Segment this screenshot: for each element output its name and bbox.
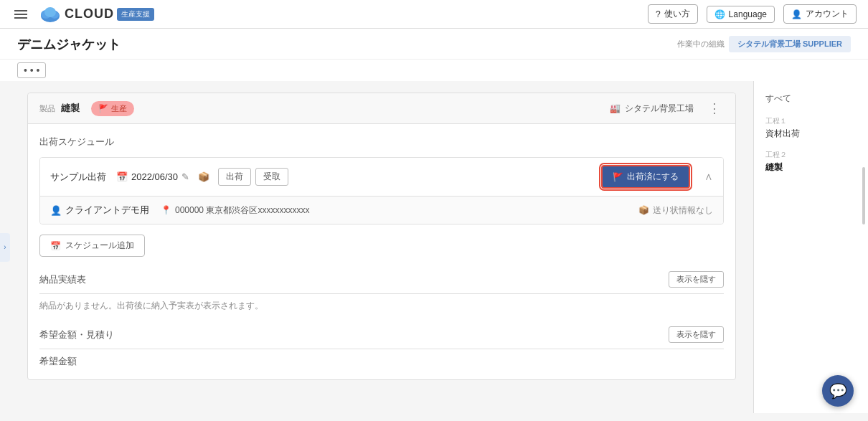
- delivery-title: 納品実績表: [39, 273, 86, 286]
- logo-badge: 生産支援: [117, 8, 154, 21]
- org-badge: シタテル背景工場 SUPPLIER: [729, 36, 851, 52]
- factory-name: シタテル背景工場: [625, 103, 694, 115]
- help-button[interactable]: ? 使い方: [648, 4, 698, 24]
- quote-title: 希望金額・見積り: [39, 328, 114, 341]
- quote-header: 希望金額・見積り 表示を隠す: [39, 326, 724, 349]
- page-title: デニムジャケット: [17, 36, 121, 53]
- building-icon: 🏭: [610, 103, 621, 113]
- shipment-actions: 出荷 受取: [218, 168, 288, 186]
- globe-icon: 🌐: [714, 9, 725, 19]
- status-badge: 🚩 生産: [91, 101, 134, 116]
- tracking-label: 送り状情報なし: [653, 204, 713, 217]
- delivery-section: 納品実績表 表示を隠す 納品がありません。出荷後に納入予実表が表示されます。: [39, 271, 724, 312]
- shipment-name: サンプル出荷: [50, 171, 108, 184]
- address-info: 📍 000000 東京都渋谷区xxxxxxxxxxxx: [161, 204, 309, 217]
- account-button[interactable]: 👤 アカウント: [783, 4, 857, 24]
- org-label: 作業中の組織: [677, 39, 725, 49]
- sidebar-item-process2[interactable]: 縫製: [765, 161, 857, 174]
- shipped-label: 出荷済にする: [627, 171, 679, 183]
- chat-fab-button[interactable]: 💬: [822, 375, 854, 407]
- shipped-button[interactable]: 🚩 出荷済にする: [601, 165, 690, 189]
- product-col: 製品 縫製: [39, 102, 80, 115]
- shipment-row-detail: 👤 クライアントデモ用 📍 000000 東京都渋谷区xxxxxxxxxxxx …: [40, 196, 723, 224]
- card-body: 出荷スケジュール サンプル出荷 📅 2022/06/30 ✎ 📦: [28, 124, 735, 379]
- address-value: 000000 東京都渋谷区xxxxxxxxxxxx: [175, 204, 309, 217]
- scrollbar-thumb: [862, 167, 865, 224]
- status-label: 生産: [111, 103, 127, 114]
- logo-area: CLOUD 生産支援: [39, 4, 154, 24]
- client-name: クライアントデモ用: [65, 204, 149, 217]
- shipment-section-title: 出荷スケジュール: [39, 136, 724, 148]
- sidebar-group-1-label: 工程１: [765, 116, 857, 126]
- pencil-icon[interactable]: ✎: [181, 171, 189, 182]
- box-icon-small: 📦: [198, 171, 209, 182]
- chat-icon: 💬: [829, 382, 847, 399]
- shipment-row-main: サンプル出荷 📅 2022/06/30 ✎ 📦 出荷 受取 🚩: [40, 158, 723, 196]
- sidebar-all-item[interactable]: すべて: [765, 93, 857, 105]
- sidebar-item-process1[interactable]: 資材出荷: [765, 128, 857, 140]
- add-schedule-button[interactable]: 📅 スケジュール追加: [39, 235, 145, 257]
- logo-text: CLOUD: [65, 6, 114, 22]
- product-label: 製品: [39, 103, 55, 114]
- shipment-row: サンプル出荷 📅 2022/06/30 ✎ 📦 出荷 受取 🚩: [39, 157, 724, 224]
- card-menu-button[interactable]: ⋮: [705, 100, 724, 116]
- header-right: ? 使い方 🌐 Language 👤 アカウント: [648, 4, 857, 24]
- quote-amount-label: 希望金額: [39, 355, 724, 368]
- more-options-button[interactable]: • • •: [17, 62, 46, 78]
- content-area: 製品 縫製 🚩 生産 🏭 シタテル背景工場 ⋮: [10, 81, 753, 413]
- page-title-bar: デニムジャケット 作業中の組織 シタテル背景工場 SUPPLIER: [0, 29, 868, 60]
- delivery-empty: 納品がありません。出荷後に納入予実表が表示されます。: [39, 300, 724, 312]
- header-left: CLOUD 生産支援: [11, 4, 154, 24]
- main-layout: › 製品 縫製 🚩 生産 🏭 シタテル背景工場: [0, 81, 868, 413]
- receive-button[interactable]: 受取: [255, 168, 288, 186]
- expand-button[interactable]: ∧: [704, 171, 713, 184]
- main-card: 製品 縫製 🚩 生産 🏭 シタテル背景工場 ⋮: [27, 93, 736, 380]
- question-icon: ?: [656, 9, 661, 19]
- flag-icon: 🚩: [98, 104, 108, 113]
- cloud-logo-icon: [39, 4, 62, 24]
- delivery-hide-button[interactable]: 表示を隠す: [669, 271, 724, 288]
- status-col: 🚩 生産: [91, 101, 134, 116]
- client-info: 👤 クライアントデモ用: [50, 204, 149, 217]
- product-name: 縫製: [61, 102, 80, 115]
- sidebar-group-1: 工程１ 資材出荷: [765, 116, 857, 140]
- account-label: アカウント: [806, 8, 849, 20]
- person-icon: 👤: [50, 205, 62, 216]
- language-button[interactable]: 🌐 Language: [707, 6, 775, 23]
- delivery-header: 納品実績表 表示を隠す: [39, 271, 724, 294]
- sub-toolbar: • • •: [0, 60, 868, 81]
- header: CLOUD 生産支援 ? 使い方 🌐 Language 👤 アカウント: [0, 0, 868, 29]
- help-label: 使い方: [664, 8, 690, 20]
- right-sidebar: すべて 工程１ 資材出荷 工程２ 縫製: [753, 81, 868, 413]
- quote-hide-button[interactable]: 表示を隠す: [669, 326, 724, 343]
- org-info: 作業中の組織 シタテル背景工場 SUPPLIER: [677, 36, 851, 52]
- card-header: 製品 縫製 🚩 生産 🏭 シタテル背景工場 ⋮: [28, 93, 735, 124]
- calendar-icon: 📅: [116, 171, 128, 182]
- add-schedule-label: スケジュール追加: [65, 240, 134, 252]
- shipment-date: 📅 2022/06/30 ✎: [116, 171, 189, 182]
- left-collapse-button[interactable]: ›: [0, 233, 10, 262]
- tracking-info: 📦 送り状情報なし: [638, 204, 713, 217]
- svg-point-3: [44, 7, 56, 17]
- sidebar-group-2: 工程２ 縫製: [765, 150, 857, 174]
- box-tracking-icon: 📦: [638, 205, 649, 215]
- calendar-plus-icon: 📅: [50, 241, 61, 251]
- shipment-date-value: 2022/06/30: [131, 171, 178, 182]
- hamburger-button[interactable]: [11, 7, 30, 22]
- language-label: Language: [729, 9, 767, 19]
- factory-info: 🏭 シタテル背景工場: [610, 103, 694, 115]
- org-name: シタテル背景工場 SUPPLIER: [737, 39, 842, 48]
- location-icon: 📍: [161, 205, 171, 215]
- quote-section: 希望金額・見積り 表示を隠す 希望金額: [39, 326, 724, 368]
- user-icon: 👤: [791, 9, 802, 19]
- flag-icon-shipped: 🚩: [613, 172, 623, 182]
- sidebar-group-2-label: 工程２: [765, 150, 857, 160]
- shipout-button[interactable]: 出荷: [218, 168, 251, 186]
